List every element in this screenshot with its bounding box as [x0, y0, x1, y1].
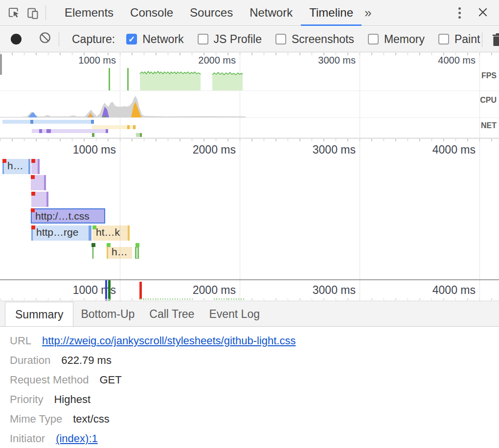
checkbox-label-screenshots: Screenshots	[292, 33, 354, 46]
checkbox-paint[interactable]	[438, 34, 449, 45]
gridline	[479, 280, 480, 301]
timeline-event-line	[108, 280, 111, 300]
net-request-bar	[106, 129, 108, 133]
flame-time-label: 1000 ms	[73, 143, 116, 157]
checkbox-screenshots[interactable]	[275, 34, 286, 45]
flame-ruler-ticks	[0, 139, 499, 141]
net-request-bar	[133, 125, 136, 129]
bottom-time-label: 4000 ms	[432, 284, 476, 297]
toolbar-separator	[59, 32, 59, 46]
devtools-window: { "header": { "tabs": [ {"label": "Eleme…	[0, 0, 499, 448]
network-request-bar[interactable]: http…rge	[31, 225, 91, 241]
timeline-bottom-ruler[interactable]: 1000 ms2000 ms3000 ms4000 ms	[0, 279, 499, 301]
checkbox-network[interactable]: ✓	[126, 34, 137, 45]
net-request-bar	[32, 129, 108, 133]
event-marker	[31, 225, 35, 229]
devtools-tabs: ElementsConsoleSourcesNetworkTimeline	[56, 0, 362, 26]
detail-tab-call-tree[interactable]: Call Tree	[142, 302, 202, 326]
network-request-bar[interactable]: http:/…t.css	[31, 208, 105, 224]
tab-network[interactable]: Network	[241, 0, 301, 26]
summary-row-url: URLhttp://zweig.co/jankyscroll/styleshee…	[0, 331, 499, 351]
timeline-toolbar: Capture: ✓NetworkJS ProfileScreenshotsMe…	[0, 26, 499, 52]
event-marker	[2, 159, 6, 163]
checkbox-label-network: Network	[142, 33, 183, 46]
summary-label-request-method: Request Method	[10, 374, 89, 386]
network-request-bar[interactable]: h…	[107, 247, 132, 259]
network-request-bar[interactable]: h…	[2, 159, 30, 174]
gridline	[360, 280, 360, 301]
timeline-flame-chart[interactable]: 1000 ms2000 ms3000 ms4000 ms h…http:/…t.…	[0, 139, 499, 279]
tab-sources[interactable]: Sources	[181, 0, 241, 26]
record-button[interactable]	[11, 34, 22, 45]
net-request-bar	[91, 120, 94, 124]
detail-tab-summary[interactable]: Summary	[5, 302, 73, 326]
summary-value-duration: 622.79 ms	[61, 354, 112, 367]
cpu-chart	[0, 91, 499, 117]
more-tabs-chevron-icon[interactable]: »	[364, 0, 371, 25]
summary-value-mime-type: text/css	[73, 413, 110, 426]
summary-value-url[interactable]: http://zweig.co/jankyscroll/stylesheets/…	[42, 335, 295, 347]
net-request-bar	[136, 133, 140, 137]
timeline-overview[interactable]: 1000 ms2000 ms3000 ms4000 ms FPSCPUNET	[0, 53, 499, 138]
event-marker	[92, 225, 96, 229]
checkbox-label-memory: Memory	[384, 33, 425, 46]
event-marker	[31, 208, 35, 212]
event-marker	[31, 192, 35, 196]
summary-row-mime-type: Mime Typetext/css	[0, 409, 499, 429]
detail-tab-event-log[interactable]: Event Log	[202, 302, 267, 326]
tab-timeline[interactable]: Timeline	[301, 0, 362, 26]
flame-time-label: 4000 ms	[432, 143, 476, 157]
checkbox-label-js-profile: JS Profile	[214, 33, 262, 46]
checkbox-label-paint: Paint	[454, 33, 480, 46]
overview-time-label: 4000 ms	[438, 55, 476, 66]
checkbox-memory[interactable]	[368, 34, 379, 45]
net-request-bar	[140, 133, 142, 137]
bar-receiving-segment	[89, 225, 91, 241]
tab-console[interactable]: Console	[122, 0, 181, 26]
capture-option-screenshots[interactable]: Screenshots	[275, 33, 354, 46]
toolbar-separator-right	[482, 32, 482, 47]
inspect-element-icon[interactable]	[7, 4, 22, 21]
summary-row-duration: Duration622.79 ms	[0, 351, 499, 370]
timeline-event-line	[139, 282, 142, 299]
striped-activity-bar	[135, 247, 139, 259]
header-actions	[447, 0, 499, 26]
summary-value-priority: Highest	[54, 393, 91, 406]
summary-label-initiator: Initiator	[10, 432, 45, 445]
summary-value-request-method: GET	[99, 374, 121, 386]
menu-dots-icon[interactable]	[447, 7, 473, 19]
devtools-header: ElementsConsoleSourcesNetworkTimeline »	[0, 0, 499, 26]
overview-time-label: 2000 ms	[198, 55, 236, 66]
capture-option-network[interactable]: ✓Network	[126, 33, 183, 46]
summary-row-priority: PriorityHighest	[0, 390, 499, 409]
capture-option-paint[interactable]: Paint	[438, 33, 480, 46]
summary-value-initiator[interactable]: (index):1	[56, 432, 98, 445]
clear-button[interactable]	[39, 31, 51, 47]
net-request-bar	[46, 129, 51, 133]
event-marker	[91, 243, 95, 247]
close-icon[interactable]	[473, 7, 499, 20]
bottom-time-label: 2000 ms	[193, 284, 236, 297]
flame-time-label: 3000 ms	[313, 143, 356, 157]
capture-checkboxes: ✓NetworkJS ProfileScreenshotsMemoryPaint	[115, 33, 480, 46]
bottom-ruler-ticks	[0, 298, 499, 300]
checkbox-js-profile[interactable]	[198, 34, 208, 45]
paint-tick	[92, 247, 93, 259]
garbage-collect-icon[interactable]	[491, 33, 499, 49]
tab-elements[interactable]: Elements	[56, 0, 122, 26]
net-chart	[0, 118, 499, 138]
summary-label-priority: Priority	[10, 393, 43, 406]
capture-option-memory[interactable]: Memory	[368, 33, 425, 46]
gridline	[240, 280, 240, 301]
net-request-bar	[39, 129, 42, 133]
summary-label-url: URL	[10, 335, 31, 347]
overview-ruler-ticks	[0, 53, 499, 55]
network-request-bar[interactable]: ht…k	[92, 225, 130, 241]
flame-time-label: 2000 ms	[193, 143, 236, 157]
capture-label: Capture:	[72, 33, 115, 46]
capture-option-js-profile[interactable]: JS Profile	[198, 33, 262, 46]
device-toolbar-icon[interactable]	[25, 4, 40, 21]
event-marker	[31, 159, 35, 163]
gridline	[120, 280, 120, 301]
detail-tab-bottom-up[interactable]: Bottom-Up	[73, 302, 142, 326]
